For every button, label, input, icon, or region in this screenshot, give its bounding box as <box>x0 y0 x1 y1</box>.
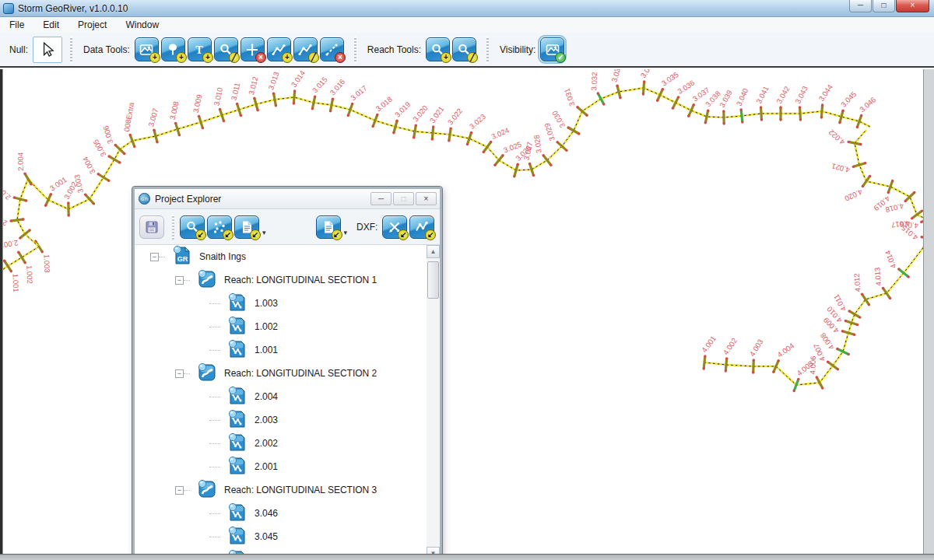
check-badge-icon: ✓ <box>555 52 566 63</box>
explorer-tool-scatter-3[interactable]: ↙ <box>207 215 232 239</box>
georiver-project-icon: GR <box>171 245 193 270</box>
explorer-tool-graph-line-9[interactable]: ↙ <box>409 215 434 239</box>
tree-section-2.003[interactable]: 2.003 <box>135 408 440 432</box>
tree-item-label: 3.046 <box>255 508 278 519</box>
collapse-toggle[interactable]: − <box>175 276 184 285</box>
maximize-button[interactable]: □ <box>873 0 895 12</box>
tree-scrollbar[interactable]: ▲▼ <box>427 245 440 560</box>
tick-end-marker <box>351 103 353 105</box>
menu-edit[interactable]: Edit <box>33 18 68 32</box>
data-tools-button-4[interactable]: ╱ <box>214 37 238 61</box>
reach-3-station-label: 3.033 <box>609 69 623 83</box>
tree-connector <box>184 373 190 374</box>
save-icon <box>144 219 160 235</box>
window-border-right <box>923 69 934 560</box>
explorer-tool-document-6[interactable]: ↙ <box>316 215 341 239</box>
reach-3-tick <box>705 110 708 123</box>
null-cursor-button[interactable] <box>33 37 62 63</box>
collapse-toggle[interactable]: − <box>150 253 159 261</box>
data-tools-button-2[interactable]: + <box>161 37 185 61</box>
data-tools-button-6[interactable]: + <box>267 37 291 61</box>
tree-reach-1[interactable]: −Reach: LONGITUDINAL SECTION 1 <box>135 268 440 292</box>
tick-end-marker <box>236 103 238 105</box>
reach-3-station-label: 3.011 <box>230 82 242 101</box>
explorer-tool-cross-arrows-8[interactable]: ↙ <box>382 215 407 239</box>
tick-end-marker <box>725 357 728 359</box>
tree-root-snaith-ings[interactable]: −GRSnaith Ings <box>135 245 440 268</box>
scroll-up-icon[interactable]: ▲ <box>427 245 440 258</box>
explorer-tool-magnifier-2[interactable]: ↙ <box>180 215 205 239</box>
tick-end-marker <box>911 217 913 219</box>
explorer-tool-document-4[interactable]: ↙ <box>234 215 259 239</box>
tick-end-marker <box>725 369 727 372</box>
tick-end-marker <box>293 89 296 92</box>
tree-section-2.001[interactable]: 2.001 <box>135 455 440 478</box>
scroll-thumb[interactable] <box>427 261 439 299</box>
reach-icon <box>196 268 218 293</box>
minimize-button[interactable]: ─ <box>849 0 872 12</box>
explorer-close-button[interactable]: × <box>416 192 437 205</box>
reach-3-station-label: 3.041 <box>754 85 770 105</box>
tree-section-1.002[interactable]: 1.002 <box>135 315 440 338</box>
reach-4-tick <box>828 362 838 369</box>
data-tools-button-1[interactable]: + <box>135 37 159 61</box>
tree-section-3.046[interactable]: 3.046 <box>135 502 440 525</box>
data-tools-button-8[interactable]: × <box>320 37 344 61</box>
menu-window[interactable]: Window <box>116 18 168 32</box>
tree-section-2.004[interactable]: 2.004 <box>135 385 440 408</box>
apply-badge-icon: ↙ <box>223 229 234 240</box>
dropdown-caret-icon[interactable]: ▾ <box>344 229 348 236</box>
dropdown-caret-icon[interactable]: ▾ <box>262 229 266 236</box>
explorer-minimize-button[interactable]: ─ <box>370 192 392 205</box>
tick-end-marker <box>223 120 225 122</box>
section-icon <box>226 384 248 410</box>
reach-3-station-label: 3.023 <box>468 112 487 131</box>
collapse-toggle[interactable]: − <box>175 369 184 378</box>
tick-end-marker <box>253 97 255 100</box>
collapse-toggle[interactable]: − <box>175 486 184 495</box>
data-tools-button-3[interactable]: T+ <box>188 37 212 61</box>
tree-item-label: Reach: LONGITUDINAL SECTION 2 <box>224 368 377 379</box>
tick-end-marker <box>513 175 515 177</box>
tree-item-label: Snaith Ings <box>199 251 246 262</box>
tree-section-3.045[interactable]: 3.045 <box>135 525 440 548</box>
data-tools-button-7[interactable]: ╱ <box>293 37 318 61</box>
section-icon <box>226 454 248 480</box>
tick-end-marker <box>44 205 47 207</box>
tree-reach-3[interactable]: −Reach: LONGITUDINAL SECTION 3 <box>135 478 440 502</box>
tick-end-marker <box>847 141 849 143</box>
edit-badge-icon: ╱ <box>467 52 478 63</box>
reach-2-tick <box>14 198 26 201</box>
reach-3-tick <box>800 107 801 120</box>
section-icon <box>226 314 248 340</box>
tick-end-marker <box>19 236 21 239</box>
tree-section-2.002[interactable]: 2.002 <box>135 432 440 455</box>
tick-end-marker <box>616 85 618 87</box>
tree-connector <box>184 490 190 491</box>
tick-end-marker <box>597 92 599 94</box>
reach-3-station-label: 3.027 <box>521 141 534 161</box>
delete-badge-icon: × <box>335 52 346 63</box>
visibility-button-1[interactable]: ✓ <box>540 37 564 61</box>
tree-section-1.001[interactable]: 1.001 <box>135 338 440 362</box>
project-explorer-titlebar[interactable]: GTi Project Explorer ─ □ × <box>135 189 440 209</box>
explorer-tool-save-0[interactable] <box>139 215 164 239</box>
reach-tools-button-1[interactable]: + <box>426 37 450 61</box>
tick-end-marker <box>707 109 709 111</box>
tick-end-marker <box>578 132 580 135</box>
reach-2-tick <box>11 219 23 221</box>
reach-3-station-label: 3.015 <box>311 75 329 95</box>
data-tools-button-5[interactable]: × <box>241 37 265 61</box>
tick-end-marker <box>22 218 24 220</box>
menu-file[interactable]: File <box>0 18 33 32</box>
tick-end-marker <box>752 371 754 373</box>
app-titlebar: Storm GeoRiver, v1.0.0.10 ─ □ × <box>0 0 934 17</box>
tick-end-marker <box>821 387 823 389</box>
menu-project[interactable]: Project <box>68 18 116 32</box>
reach-tools-button-2[interactable]: ╱ <box>452 37 476 61</box>
tick-end-marker <box>25 199 27 201</box>
tree-section-1.003[interactable]: 1.003 <box>135 292 440 315</box>
tree-reach-2[interactable]: −Reach: LONGITUDINAL SECTION 2 <box>135 362 440 385</box>
reach-3-station-label: 3.014 <box>290 69 307 89</box>
close-button[interactable]: × <box>896 0 929 12</box>
